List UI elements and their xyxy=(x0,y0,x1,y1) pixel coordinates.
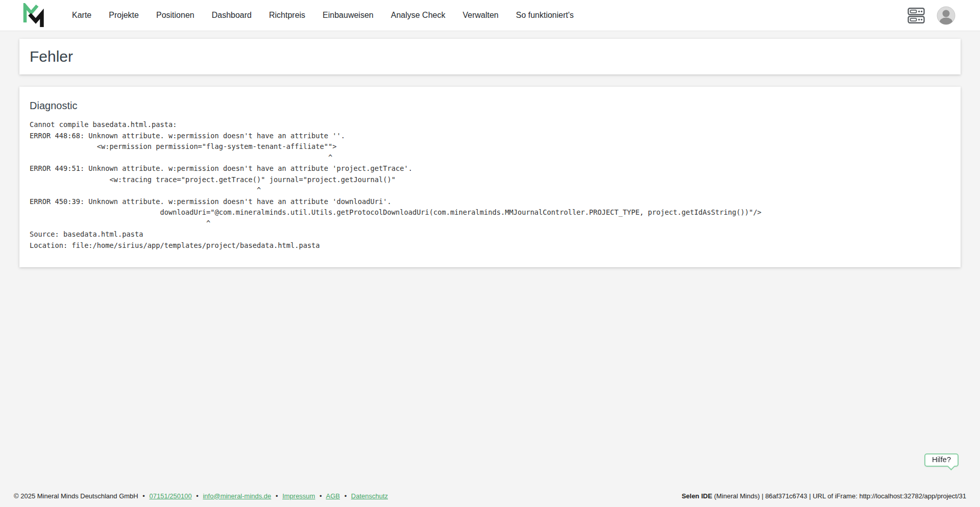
footer-separator: • xyxy=(276,492,278,500)
main-content: Fehler Diagnostic Cannot compile basedat… xyxy=(0,39,980,267)
nav-item-projekte[interactable]: Projekte xyxy=(109,11,139,20)
footer-separator: • xyxy=(142,492,145,500)
main-nav: Karte Projekte Positionen Dashboard Rich… xyxy=(72,11,574,20)
footer-separator: • xyxy=(196,492,199,500)
footer-app-name: Selen IDE xyxy=(681,492,712,500)
top-navbar: Karte Projekte Positionen Dashboard Rich… xyxy=(0,0,980,31)
help-bubble-tail xyxy=(947,463,955,471)
diagnostic-card: Diagnostic Cannot compile basedata.html.… xyxy=(19,87,961,267)
nav-icon-group xyxy=(908,6,955,25)
help-button-label: Hilfe? xyxy=(932,455,951,464)
nav-item-analyse-check[interactable]: Analyse Check xyxy=(391,11,446,20)
footer-link-phone[interactable]: 07151/250100 xyxy=(150,492,192,500)
footer-env-info: (Mineral Minds) | 86af371c6743 | URL of … xyxy=(712,492,966,500)
footer-link-datenschutz[interactable]: Datenschutz xyxy=(351,492,388,500)
copyright-text: © 2025 Mineral Minds Deutschland GmbH xyxy=(14,492,138,500)
nav-item-so-funktionierts[interactable]: So funktioniert's xyxy=(516,11,574,20)
footer-link-impressum[interactable]: Impressum xyxy=(282,492,315,500)
mineral-minds-logo[interactable] xyxy=(23,3,45,28)
nav-item-richtpreis[interactable]: Richtpreis xyxy=(269,11,305,20)
page-title: Fehler xyxy=(30,48,73,65)
nav-item-verwalten[interactable]: Verwalten xyxy=(462,11,498,20)
diagnostic-heading: Diagnostic xyxy=(30,100,950,112)
nav-item-dashboard[interactable]: Dashboard xyxy=(212,11,252,20)
footer-link-agb[interactable]: AGB xyxy=(326,492,340,500)
footer-right: Selen IDE (Mineral Minds) | 86af371c6743… xyxy=(681,492,966,500)
help-button[interactable]: Hilfe? xyxy=(924,453,959,467)
nav-item-positionen[interactable]: Positionen xyxy=(156,11,194,20)
nav-item-einbauweisen[interactable]: Einbauweisen xyxy=(323,11,374,20)
footer-separator: • xyxy=(345,492,347,500)
footer: © 2025 Mineral Minds Deutschland GmbH • … xyxy=(0,485,980,507)
footer-left: © 2025 Mineral Minds Deutschland GmbH • … xyxy=(14,492,388,500)
footer-separator: • xyxy=(320,492,322,500)
footer-link-email[interactable]: info@mineral-minds.de xyxy=(203,492,271,500)
user-avatar-icon[interactable] xyxy=(937,6,955,25)
diagnostic-output: Cannot compile basedata.html.pasta: ERRO… xyxy=(30,119,950,251)
server-icon[interactable] xyxy=(908,8,925,23)
nav-item-karte[interactable]: Karte xyxy=(72,11,91,20)
error-title-card: Fehler xyxy=(19,39,961,74)
